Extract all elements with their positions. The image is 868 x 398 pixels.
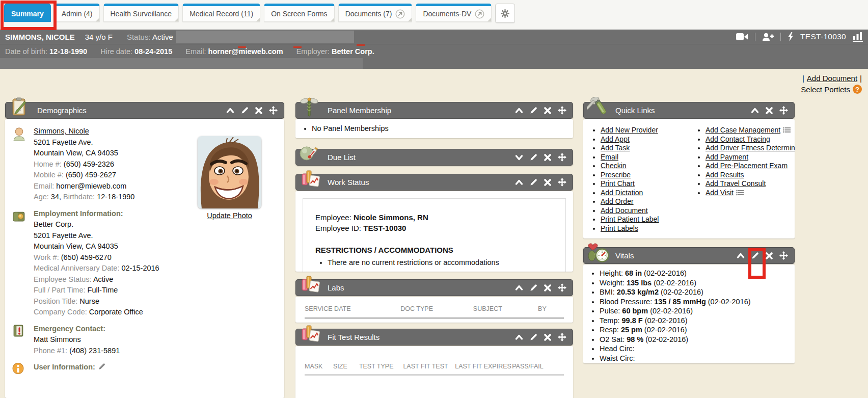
flowsheet-chart-icon[interactable] — [853, 32, 863, 42]
external-link-icon[interactable] — [475, 9, 484, 19]
edit-pencil-icon[interactable] — [530, 178, 537, 186]
vitals-header[interactable]: Vitals — [583, 247, 795, 264]
edit-pencil-icon[interactable] — [751, 252, 759, 259]
close-icon[interactable] — [544, 107, 551, 114]
column-header-last-fit-expires: LAST FIT EXPIRES — [455, 363, 512, 370]
quick-link-email[interactable]: Email — [601, 153, 618, 161]
field-label: Phone #1: — [34, 347, 69, 355]
chevron-up-icon[interactable] — [515, 333, 523, 341]
medical-chart-icon — [299, 324, 320, 346]
quick-link-checkin[interactable]: Checkin — [601, 162, 627, 170]
add-document-link[interactable]: Add Document — [807, 74, 857, 83]
video-camera-icon[interactable] — [736, 33, 748, 41]
edit-pencil-icon[interactable] — [530, 333, 537, 341]
quick-link-print-labels[interactable]: Print Labels — [601, 224, 638, 232]
chevron-up-icon[interactable] — [751, 107, 759, 115]
quick-links-body: Add New ProviderAdd ApptAdd TaskEmailChe… — [583, 119, 795, 238]
move-icon[interactable] — [269, 106, 278, 115]
list-item: No Panel Memberships — [312, 124, 573, 134]
close-icon[interactable] — [544, 179, 551, 186]
update-photo-link[interactable]: Update Photo — [207, 211, 252, 220]
edit-pencil-icon[interactable] — [98, 363, 105, 370]
quick-link-add-driver-fitness-determination[interactable]: Add Driver Fitness Determination — [706, 144, 795, 152]
field-label: Home #: — [34, 160, 64, 168]
quick-link-add-travel-consult[interactable]: Add Travel Consult — [706, 179, 766, 188]
tab-on-screen-forms[interactable]: On Screen Forms — [264, 4, 334, 22]
list-icon[interactable] — [736, 190, 744, 196]
quick-link-prescribe[interactable]: Prescribe — [601, 171, 631, 179]
chevron-up-icon[interactable] — [515, 107, 523, 115]
quick-link-item: Add Dictation — [601, 189, 692, 198]
add-person-icon[interactable] — [762, 33, 774, 41]
patient-field-employer: Employer:Better Corp. — [296, 47, 374, 56]
quick-link-add-dictation[interactable]: Add Dictation — [601, 189, 643, 197]
move-icon[interactable] — [558, 153, 566, 162]
tab-documents-dv[interactable]: Documents-DV — [416, 4, 492, 22]
close-icon[interactable] — [766, 107, 773, 114]
edit-pencil-icon[interactable] — [530, 153, 537, 161]
field-value: 02-15-2016 — [121, 264, 159, 272]
tab-admin-4[interactable]: Admin (4) — [55, 4, 100, 22]
redaction-mark — [357, 44, 365, 46]
quick-link-add-visit[interactable]: Add Visit — [706, 189, 734, 197]
quick-links-header[interactable]: Quick Links — [583, 102, 795, 119]
vital-label: Temp: — [600, 316, 622, 325]
chevron-up-icon[interactable] — [515, 284, 523, 292]
employee-id-line: Employee ID: TEST-10030 — [315, 223, 553, 233]
close-icon[interactable] — [766, 252, 773, 259]
tab-documents-7[interactable]: Documents (7) — [338, 4, 413, 22]
list-icon[interactable] — [783, 127, 791, 133]
emergency-contact-section: Emergency Contact:Matt SimmonsPhone #1: … — [12, 324, 277, 357]
fit-test-results-header[interactable]: Fit Test Results — [295, 329, 573, 346]
edit-pencil-icon[interactable] — [241, 107, 249, 114]
edit-pencil-icon[interactable] — [530, 284, 537, 291]
tab-summary[interactable]: Summary — [4, 4, 51, 22]
chevron-down-icon[interactable] — [515, 153, 523, 162]
chevron-up-icon[interactable] — [226, 107, 234, 115]
quick-link-item: Add Pre-Placement Exam — [706, 162, 795, 171]
quick-link-print-patient-label[interactable]: Print Patient Label — [601, 215, 659, 223]
vital-o2-sat: O2 Sat: 98 % (02-02-2016) — [600, 335, 795, 344]
move-icon[interactable] — [558, 333, 566, 341]
move-icon[interactable] — [779, 251, 788, 260]
quick-link-add-pre-placement-exam[interactable]: Add Pre-Placement Exam — [706, 162, 788, 170]
move-icon[interactable] — [779, 106, 788, 115]
quick-link-add-appt[interactable]: Add Appt — [601, 135, 630, 143]
close-icon[interactable] — [544, 334, 551, 341]
quick-link-add-results[interactable]: Add Results — [706, 171, 744, 179]
field-value: Corporate Office — [89, 308, 143, 316]
quick-link-print-chart[interactable]: Print Chart — [601, 179, 635, 188]
work-status-header[interactable]: Work Status — [295, 174, 573, 191]
quick-link-add-document[interactable]: Add Document — [601, 206, 648, 215]
move-icon[interactable] — [558, 283, 566, 292]
chevron-up-icon[interactable] — [515, 178, 523, 187]
tab-label: Admin (4) — [62, 10, 93, 18]
column-header-by: BY — [538, 305, 564, 312]
due-list-header[interactable]: Due List — [295, 149, 573, 166]
close-icon[interactable] — [544, 284, 551, 291]
move-icon[interactable] — [558, 178, 566, 187]
quick-link-add-case-management[interactable]: Add Case Management — [706, 126, 780, 134]
close-icon[interactable] — [544, 154, 551, 161]
close-icon[interactable] — [255, 107, 262, 114]
chevron-up-icon[interactable] — [737, 252, 745, 260]
demographics-header[interactable]: Demographics — [5, 102, 284, 119]
quick-link-item: Add Case Management — [706, 126, 795, 135]
lightning-icon[interactable] — [788, 32, 794, 41]
quick-link-add-contact-tracing[interactable]: Add Contact Tracing — [706, 135, 770, 143]
quick-link-add-order[interactable]: Add Order — [601, 197, 634, 205]
tab-health-surveillance[interactable]: Health Surveillance — [103, 4, 179, 22]
tab-medical-record-11[interactable]: Medical Record (11) — [182, 4, 260, 22]
patient-name-link[interactable]: Simmons, Nicole — [34, 127, 89, 135]
quick-link-add-payment[interactable]: Add Payment — [706, 153, 748, 161]
help-icon[interactable]: ? — [853, 85, 862, 94]
chart-settings-button[interactable] — [495, 4, 515, 23]
select-portlets-link[interactable]: Select Portlets — [801, 85, 850, 94]
panel-membership-header[interactable]: Panel Membership — [295, 102, 573, 119]
edit-pencil-icon[interactable] — [530, 107, 537, 114]
quick-link-add-new-provider[interactable]: Add New Provider — [601, 126, 658, 134]
quick-link-add-task[interactable]: Add Task — [601, 144, 630, 152]
move-icon[interactable] — [558, 106, 566, 115]
labs-header[interactable]: Labs — [295, 279, 573, 296]
external-link-icon[interactable] — [395, 9, 405, 19]
